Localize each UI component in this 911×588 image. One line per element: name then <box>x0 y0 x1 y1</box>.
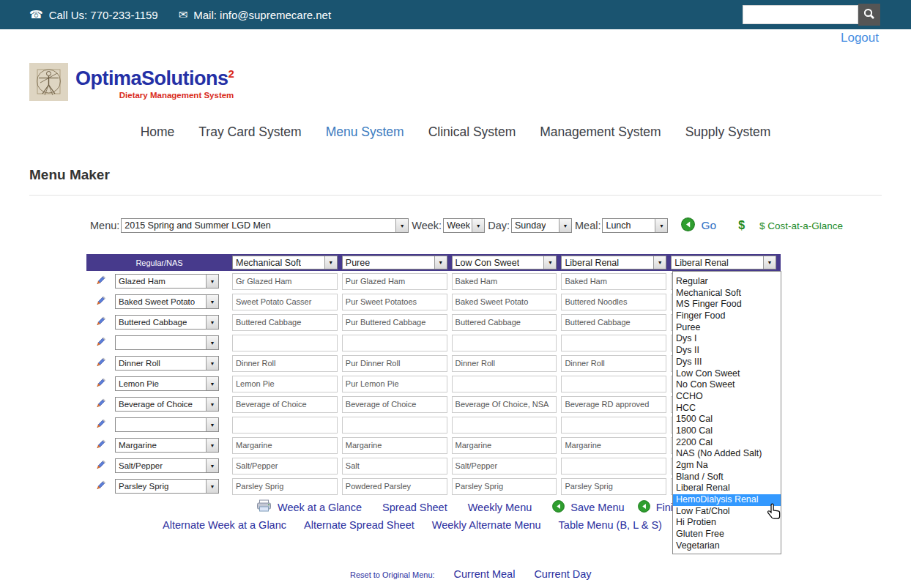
alternate-week-at-a-glance-link[interactable]: Alternate Week at a Glanc <box>163 519 286 531</box>
regular-item-select[interactable]: Parsley Sprig▼ <box>115 479 219 494</box>
cost-at-a-glance-link[interactable]: $ Cost-at-a-Glance <box>759 220 843 231</box>
edit-pencil-icon[interactable] <box>95 398 106 412</box>
dropdown-option[interactable]: Bland / Soft <box>673 472 781 483</box>
weekly-menu-link[interactable]: Weekly Menu <box>468 502 532 513</box>
current-meal-link[interactable]: Current Meal <box>454 568 516 580</box>
edit-pencil-icon[interactable] <box>95 439 106 453</box>
menu-cell: Pur Sweet Potatoes <box>342 294 447 310</box>
dropdown-option[interactable]: Liberal Renal <box>673 483 781 494</box>
vitruvian-man-logo-image <box>29 63 68 101</box>
chevron-down-icon: ▼ <box>655 219 667 232</box>
menu-cell: Salt <box>342 458 447 475</box>
dropdown-option[interactable]: CCHO <box>673 391 781 403</box>
dropdown-option[interactable]: Dys I <box>673 333 781 345</box>
dollar-icon[interactable]: $ <box>738 219 745 232</box>
chevron-down-icon: ▼ <box>395 219 408 232</box>
nav-item-tray-card-system[interactable]: Tray Card System <box>198 124 301 140</box>
printer-icon[interactable] <box>256 499 272 516</box>
nav-item-home[interactable]: Home <box>141 124 175 140</box>
nav-item-clinical-system[interactable]: Clinical System <box>428 124 516 140</box>
edit-pencil-icon[interactable] <box>95 357 106 371</box>
edit-pencil-icon[interactable] <box>95 480 106 494</box>
dropdown-option[interactable]: Low Con Sweet <box>673 368 781 380</box>
week-select[interactable]: Week ▼ <box>443 218 485 233</box>
dropdown-option[interactable]: HCC <box>673 403 781 414</box>
spread-sheet-link[interactable]: Spread Sheet <box>382 502 447 513</box>
dropdown-option[interactable]: Puree <box>673 322 781 334</box>
go-back-arrow-icon[interactable] <box>681 217 695 234</box>
edit-pencil-icon[interactable] <box>95 377 106 391</box>
dropdown-option[interactable]: 2200 Cal <box>673 437 781 449</box>
chevron-down-icon: ▼ <box>206 357 218 370</box>
search-input[interactable] <box>743 5 858 24</box>
menu-cell <box>342 417 447 433</box>
week-at-a-glance-link[interactable]: Week at a Glance <box>278 502 362 513</box>
diet-select-3[interactable]: Low Con Sweet▼ <box>452 256 557 269</box>
menu-cell: Parsley Sprig <box>232 478 338 495</box>
dropdown-option[interactable]: Mechanical Soft <box>673 288 781 299</box>
dropdown-option[interactable]: Low Fat/Chol <box>673 506 781 518</box>
current-day-link[interactable]: Current Day <box>534 568 591 580</box>
menu-cell: Salt/Pepper <box>452 458 557 475</box>
table-header-row: Regular/NAS Mechanical Soft▼ Puree▼ Low … <box>86 254 781 271</box>
dropdown-option[interactable]: Gluten Free <box>673 529 781 540</box>
dropdown-option[interactable]: Dys III <box>673 357 781 368</box>
menu-select[interactable]: 2015 Spring and Summer LGD Men ▼ <box>121 218 409 233</box>
save-menu-link[interactable]: Save Menu <box>570 502 624 513</box>
menu-cell <box>561 417 666 433</box>
dropdown-option[interactable]: 1800 Cal <box>673 425 781 437</box>
regular-item-select[interactable]: Salt/Pepper▼ <box>115 458 219 473</box>
dropdown-option[interactable]: NAS (No Added Salt) <box>673 448 781 460</box>
regular-item-select[interactable]: ▼ <box>115 335 219 350</box>
edit-pencil-icon[interactable] <box>95 336 106 350</box>
diet-select-2[interactable]: Puree▼ <box>342 256 447 269</box>
edit-pencil-icon[interactable] <box>95 459 106 473</box>
regular-item-select[interactable]: Baked Sweet Potato▼ <box>115 294 219 309</box>
diet-select-4[interactable]: Liberal Renal▼ <box>561 256 666 269</box>
chevron-down-icon: ▼ <box>472 219 484 232</box>
dropdown-option[interactable]: Finger Food <box>673 310 781 322</box>
dropdown-option-highlighted[interactable]: HemoDialysis Renal <box>673 494 781 506</box>
regular-item-select[interactable]: ▼ <box>115 417 219 432</box>
chevron-down-icon: ▼ <box>206 275 218 288</box>
nav-item-supply-system[interactable]: Supply System <box>685 124 771 140</box>
menu-cell: Buttered Cabbage <box>561 314 666 331</box>
edit-pencil-icon[interactable] <box>95 418 106 432</box>
menu-cell: Margarine <box>342 437 447 454</box>
regular-item-select[interactable]: Margarine▼ <box>115 438 219 453</box>
meal-select[interactable]: Lunch ▼ <box>602 218 668 233</box>
nav-item-menu-system[interactable]: Menu System <box>326 124 404 140</box>
edit-pencil-icon[interactable] <box>95 295 106 309</box>
diet-select-1[interactable]: Mechanical Soft▼ <box>232 256 338 269</box>
day-select[interactable]: Sunday ▼ <box>511 218 572 233</box>
go-link[interactable]: Go <box>701 219 716 232</box>
regular-item-select[interactable]: Glazed Ham▼ <box>115 274 219 289</box>
chevron-down-icon: ▼ <box>434 256 447 269</box>
edit-pencil-icon[interactable] <box>95 275 106 289</box>
save-menu-arrow-icon[interactable] <box>552 500 565 516</box>
edit-pencil-icon[interactable] <box>95 316 106 330</box>
dropdown-option[interactable]: Regular <box>673 276 781 288</box>
dropdown-option[interactable]: 2gm Na <box>673 460 781 472</box>
finished-arrow-icon[interactable] <box>638 500 650 516</box>
regular-item-select[interactable]: Buttered Cabbage▼ <box>115 315 219 330</box>
regular-item-select[interactable]: Dinner Roll▼ <box>115 356 219 371</box>
search-button[interactable] <box>858 4 880 26</box>
dropdown-option[interactable]: No Con Sweet <box>673 379 781 391</box>
menu-cell: Gr Glazed Ham <box>232 273 338 290</box>
table-menu-link[interactable]: Table Menu (B, L & S) <box>559 519 662 531</box>
dropdown-option[interactable]: Vegetarian <box>673 540 781 552</box>
chevron-down-icon: ▼ <box>653 256 666 269</box>
dropdown-option[interactable]: MS Finger Food <box>673 299 781 310</box>
weekly-alternate-menu-link[interactable]: Weekly Alternate Menu <box>432 519 541 531</box>
alternate-spread-sheet-link[interactable]: Alternate Spread Sheet <box>304 519 414 531</box>
logout-link[interactable]: Logout <box>841 31 879 45</box>
diet-select-5-open[interactable]: Liberal Renal▼ <box>671 256 776 269</box>
chevron-down-icon: ▼ <box>206 398 218 411</box>
dropdown-option[interactable]: Dys II <box>673 345 781 357</box>
dropdown-option[interactable]: Hi Protien <box>673 517 781 529</box>
regular-item-select[interactable]: Lemon Pie▼ <box>115 376 219 391</box>
regular-item-select[interactable]: Beverage of Choice▼ <box>115 397 219 412</box>
dropdown-option[interactable]: 1500 Cal <box>673 414 781 425</box>
nav-item-management-system[interactable]: Management System <box>540 124 661 140</box>
